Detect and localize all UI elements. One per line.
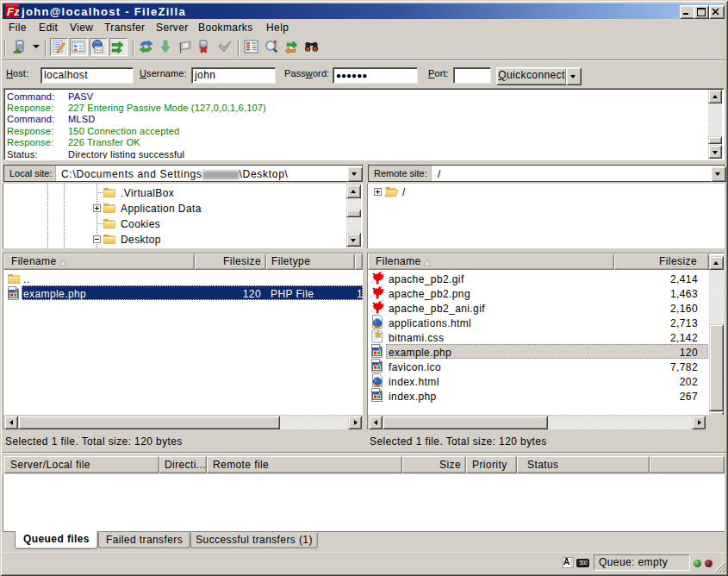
svg-text:Fz: Fz [7, 5, 19, 18]
